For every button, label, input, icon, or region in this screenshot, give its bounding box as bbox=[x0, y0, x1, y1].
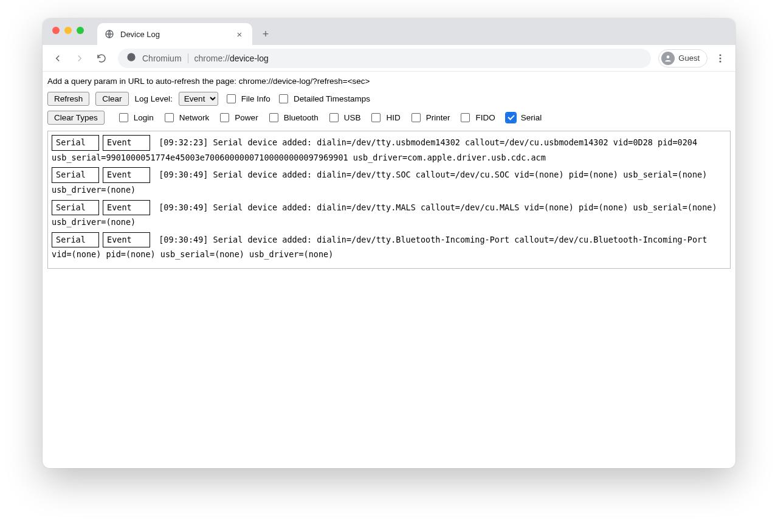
url-text: chrome://device-log bbox=[194, 54, 269, 63]
log-entry: SerialEvent [09:30:49] Serial device add… bbox=[52, 232, 726, 262]
site-info-icon[interactable] bbox=[126, 52, 136, 64]
detailed-ts-checkbox[interactable]: Detailed Timestamps bbox=[277, 92, 370, 105]
type-filters: LoginNetworkPowerBluetoothUSBHIDPrinterF… bbox=[117, 111, 542, 124]
type-filter-input[interactable] bbox=[329, 113, 339, 122]
svg-point-2 bbox=[667, 55, 670, 58]
tab-active[interactable]: Device Log × bbox=[97, 23, 252, 45]
type-filter-input[interactable] bbox=[269, 113, 278, 122]
hint-text: Add a query param in URL to auto-refresh… bbox=[46, 75, 732, 91]
type-filter-login[interactable]: Login bbox=[117, 111, 154, 124]
log-level-tag: Event bbox=[103, 200, 150, 216]
detailed-ts-input[interactable] bbox=[279, 94, 288, 103]
profile-label: Guest bbox=[678, 54, 700, 63]
profile-chip[interactable]: Guest bbox=[658, 49, 707, 67]
log-entry: SerialEvent [09:30:49] Serial device add… bbox=[52, 200, 726, 230]
clear-button[interactable]: Clear bbox=[95, 92, 128, 106]
log-level-tag: Event bbox=[103, 232, 150, 248]
svg-point-4 bbox=[720, 57, 721, 59]
type-filter-network[interactable]: Network bbox=[162, 111, 210, 124]
svg-point-3 bbox=[720, 54, 721, 56]
log-category-tag: Serial bbox=[52, 232, 99, 248]
controls-row-1: Refresh Clear Log Level: Event File Info… bbox=[46, 91, 732, 109]
refresh-button[interactable]: Refresh bbox=[47, 92, 89, 106]
log-entry: SerialEvent [09:32:23] Serial device add… bbox=[52, 135, 726, 165]
log-entries: SerialEvent [09:32:23] Serial device add… bbox=[47, 131, 731, 269]
type-filter-usb[interactable]: USB bbox=[327, 111, 361, 124]
type-filter-input[interactable] bbox=[220, 113, 229, 122]
window-controls bbox=[52, 27, 84, 34]
reload-button[interactable] bbox=[92, 49, 111, 67]
menu-button[interactable] bbox=[711, 49, 729, 67]
log-level-tag: Event bbox=[103, 167, 150, 183]
minimize-window-button[interactable] bbox=[64, 27, 72, 34]
close-window-button[interactable] bbox=[52, 27, 60, 34]
type-filter-printer[interactable]: Printer bbox=[409, 111, 450, 124]
new-tab-button[interactable]: + bbox=[257, 26, 274, 43]
type-filter-input[interactable] bbox=[371, 113, 380, 122]
log-category-tag: Serial bbox=[52, 167, 99, 183]
type-filter-fido[interactable]: FIDO bbox=[458, 111, 495, 124]
log-category-tag: Serial bbox=[52, 135, 99, 151]
log-level-tag: Event bbox=[103, 135, 150, 151]
site-chip: Chromium bbox=[142, 54, 182, 63]
type-filter-bluetooth[interactable]: Bluetooth bbox=[267, 111, 318, 124]
browser-window: Device Log × + Chromium chrome://device-… bbox=[43, 18, 735, 468]
file-info-checkbox[interactable]: File Info bbox=[224, 92, 270, 105]
svg-point-1 bbox=[127, 53, 135, 61]
controls-row-2: Clear Types LoginNetworkPowerBluetoothUS… bbox=[46, 109, 732, 128]
type-filter-power[interactable]: Power bbox=[218, 111, 258, 124]
type-filter-input[interactable] bbox=[411, 113, 421, 122]
back-button[interactable] bbox=[49, 49, 67, 67]
type-filter-input[interactable] bbox=[119, 113, 128, 122]
type-filter-input[interactable] bbox=[506, 113, 515, 122]
close-tab-button[interactable]: × bbox=[234, 29, 245, 40]
log-level-select[interactable]: Event bbox=[179, 92, 218, 106]
address-bar[interactable]: Chromium chrome://device-log bbox=[118, 49, 651, 68]
type-filter-serial[interactable]: Serial bbox=[504, 111, 542, 124]
clear-types-button[interactable]: Clear Types bbox=[47, 111, 105, 125]
globe-icon bbox=[105, 29, 114, 39]
page-content: Add a query param in URL to auto-refresh… bbox=[43, 72, 735, 468]
forward-button[interactable] bbox=[71, 49, 89, 67]
type-filter-input[interactable] bbox=[461, 113, 470, 122]
toolbar: Chromium chrome://device-log Guest bbox=[43, 45, 735, 72]
log-entry: SerialEvent [09:30:49] Serial device add… bbox=[52, 167, 726, 197]
log-category-tag: Serial bbox=[52, 200, 99, 216]
log-level-label: Log Level: bbox=[135, 94, 173, 103]
svg-point-5 bbox=[720, 60, 721, 62]
omnibox-divider bbox=[188, 54, 188, 63]
type-filter-input[interactable] bbox=[165, 113, 174, 122]
titlebar: Device Log × + bbox=[43, 18, 735, 45]
file-info-input[interactable] bbox=[227, 94, 236, 103]
tab-title: Device Log bbox=[120, 30, 160, 39]
maximize-window-button[interactable] bbox=[77, 27, 84, 34]
type-filter-hid[interactable]: HID bbox=[369, 111, 400, 124]
avatar-icon bbox=[661, 52, 675, 65]
log-message: [09:30:49] Serial device added: dialin=/… bbox=[52, 202, 717, 227]
